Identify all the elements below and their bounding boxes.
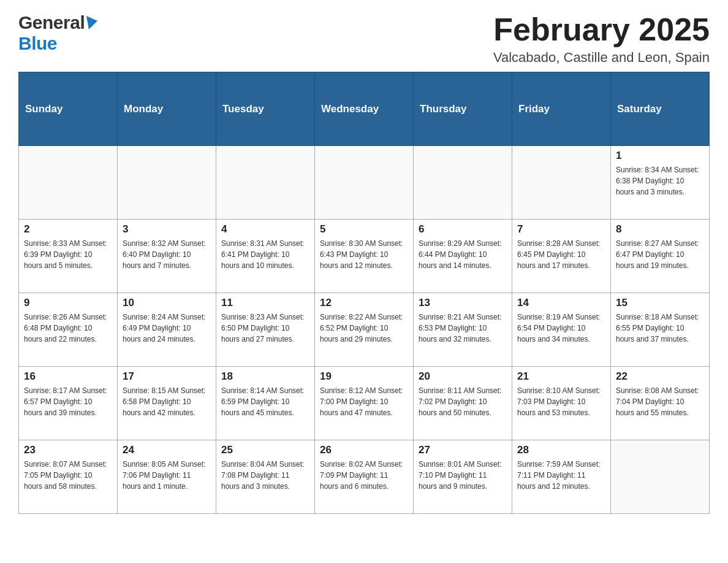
calendar-cell-w2-d4: 13Sunrise: 8:21 AM Sunset: 6:53 PM Dayli… — [414, 293, 512, 367]
day-info: Sunrise: 8:32 AM Sunset: 6:40 PM Dayligh… — [123, 238, 211, 271]
calendar-cell-w4-d1: 24Sunrise: 8:05 AM Sunset: 7:06 PM Dayli… — [118, 440, 216, 514]
header-sunday: Sunday — [19, 72, 118, 146]
logo-blue-text: Blue — [18, 33, 57, 53]
day-number: 4 — [221, 223, 309, 236]
calendar-cell-w1-d4: 6Sunrise: 8:29 AM Sunset: 6:44 PM Daylig… — [414, 220, 512, 293]
calendar-table: Sunday Monday Tuesday Wednesday Thursday… — [18, 72, 710, 514]
calendar-cell-w0-d0 — [19, 146, 118, 220]
day-number: 16 — [24, 370, 112, 383]
calendar-cell-w1-d0: 2Sunrise: 8:33 AM Sunset: 6:39 PM Daylig… — [19, 220, 118, 293]
day-info: Sunrise: 8:15 AM Sunset: 6:58 PM Dayligh… — [123, 385, 211, 418]
day-info: Sunrise: 8:29 AM Sunset: 6:44 PM Dayligh… — [419, 238, 507, 271]
calendar-cell-w2-d2: 11Sunrise: 8:23 AM Sunset: 6:50 PM Dayli… — [216, 293, 315, 367]
calendar-cell-w4-d0: 23Sunrise: 8:07 AM Sunset: 7:05 PM Dayli… — [19, 440, 118, 514]
header-saturday: Saturday — [611, 72, 710, 146]
day-info: Sunrise: 8:24 AM Sunset: 6:49 PM Dayligh… — [123, 312, 211, 345]
day-number: 11 — [221, 297, 309, 309]
day-number: 3 — [123, 223, 211, 236]
calendar-cell-w3-d6: 22Sunrise: 8:08 AM Sunset: 7:04 PM Dayli… — [611, 367, 710, 440]
calendar-cell-w3-d1: 17Sunrise: 8:15 AM Sunset: 6:58 PM Dayli… — [118, 367, 216, 440]
day-info: Sunrise: 8:02 AM Sunset: 7:09 PM Dayligh… — [320, 459, 408, 492]
day-number: 7 — [517, 223, 605, 236]
header-thursday: Thursday — [414, 72, 512, 146]
day-number: 22 — [616, 370, 704, 383]
weekday-header-row: Sunday Monday Tuesday Wednesday Thursday… — [19, 72, 710, 146]
day-number: 24 — [123, 444, 211, 456]
calendar-cell-w3-d3: 19Sunrise: 8:12 AM Sunset: 7:00 PM Dayli… — [315, 367, 414, 440]
calendar-cell-w4-d5: 28Sunrise: 7:59 AM Sunset: 7:11 PM Dayli… — [512, 440, 611, 514]
header-wednesday: Wednesday — [315, 72, 414, 146]
page-header: General Blue February 2025 Valcabado, Ca… — [18, 12, 710, 66]
day-info: Sunrise: 8:23 AM Sunset: 6:50 PM Dayligh… — [221, 312, 309, 345]
week-row-3: 16Sunrise: 8:17 AM Sunset: 6:57 PM Dayli… — [19, 367, 710, 440]
day-info: Sunrise: 8:17 AM Sunset: 6:57 PM Dayligh… — [24, 385, 112, 418]
day-info: Sunrise: 7:59 AM Sunset: 7:11 PM Dayligh… — [517, 459, 605, 492]
title-block: February 2025 Valcabado, Castille and Le… — [493, 12, 710, 66]
day-number: 13 — [419, 297, 507, 309]
week-row-4: 23Sunrise: 8:07 AM Sunset: 7:05 PM Dayli… — [19, 440, 710, 514]
calendar-cell-w3-d4: 20Sunrise: 8:11 AM Sunset: 7:02 PM Dayli… — [414, 367, 512, 440]
calendar-cell-w0-d6: 1Sunrise: 8:34 AM Sunset: 6:38 PM Daylig… — [611, 146, 710, 220]
calendar-cell-w2-d5: 14Sunrise: 8:19 AM Sunset: 6:54 PM Dayli… — [512, 293, 611, 367]
calendar-cell-w4-d3: 26Sunrise: 8:02 AM Sunset: 7:09 PM Dayli… — [315, 440, 414, 514]
day-number: 14 — [517, 297, 605, 309]
calendar-cell-w0-d4 — [414, 146, 512, 220]
calendar-cell-w0-d5 — [512, 146, 611, 220]
day-number: 9 — [24, 297, 112, 309]
calendar-cell-w0-d3 — [315, 146, 414, 220]
logo: General Blue — [18, 12, 97, 54]
day-info: Sunrise: 8:18 AM Sunset: 6:55 PM Dayligh… — [616, 312, 704, 345]
calendar-cell-w4-d4: 27Sunrise: 8:01 AM Sunset: 7:10 PM Dayli… — [414, 440, 512, 514]
calendar-cell-w2-d6: 15Sunrise: 8:18 AM Sunset: 6:55 PM Dayli… — [611, 293, 710, 367]
svg-marker-0 — [86, 16, 97, 29]
calendar-cell-w1-d5: 7Sunrise: 8:28 AM Sunset: 6:45 PM Daylig… — [512, 220, 611, 293]
day-number: 18 — [221, 370, 309, 383]
day-number: 26 — [320, 444, 408, 456]
day-number: 15 — [616, 297, 704, 309]
day-info: Sunrise: 8:21 AM Sunset: 6:53 PM Dayligh… — [419, 312, 507, 345]
day-number: 23 — [24, 444, 112, 456]
calendar-cell-w0-d1 — [118, 146, 216, 220]
week-row-2: 9Sunrise: 8:26 AM Sunset: 6:48 PM Daylig… — [19, 293, 710, 367]
day-number: 25 — [221, 444, 309, 456]
calendar-cell-w1-d6: 8Sunrise: 8:27 AM Sunset: 6:47 PM Daylig… — [611, 220, 710, 293]
calendar-cell-w1-d3: 5Sunrise: 8:30 AM Sunset: 6:43 PM Daylig… — [315, 220, 414, 293]
day-number: 2 — [24, 223, 112, 236]
day-number: 8 — [616, 223, 704, 236]
header-monday: Monday — [118, 72, 216, 146]
calendar-cell-w4-d2: 25Sunrise: 8:04 AM Sunset: 7:08 PM Dayli… — [216, 440, 315, 514]
day-info: Sunrise: 8:26 AM Sunset: 6:48 PM Dayligh… — [24, 312, 112, 345]
day-info: Sunrise: 8:34 AM Sunset: 6:38 PM Dayligh… — [616, 164, 704, 197]
day-info: Sunrise: 8:04 AM Sunset: 7:08 PM Dayligh… — [221, 459, 309, 492]
day-info: Sunrise: 8:31 AM Sunset: 6:41 PM Dayligh… — [221, 238, 309, 271]
calendar-cell-w1-d2: 4Sunrise: 8:31 AM Sunset: 6:41 PM Daylig… — [216, 220, 315, 293]
day-number: 20 — [419, 370, 507, 383]
day-number: 19 — [320, 370, 408, 383]
day-number: 17 — [123, 370, 211, 383]
day-number: 1 — [616, 150, 704, 162]
day-info: Sunrise: 8:10 AM Sunset: 7:03 PM Dayligh… — [517, 385, 605, 418]
calendar-cell-w3-d2: 18Sunrise: 8:14 AM Sunset: 6:59 PM Dayli… — [216, 367, 315, 440]
day-info: Sunrise: 8:33 AM Sunset: 6:39 PM Dayligh… — [24, 238, 112, 271]
day-number: 27 — [419, 444, 507, 456]
day-info: Sunrise: 8:11 AM Sunset: 7:02 PM Dayligh… — [419, 385, 507, 418]
calendar-cell-w1-d1: 3Sunrise: 8:32 AM Sunset: 6:40 PM Daylig… — [118, 220, 216, 293]
day-info: Sunrise: 8:01 AM Sunset: 7:10 PM Dayligh… — [419, 459, 507, 492]
calendar-cell-w2-d0: 9Sunrise: 8:26 AM Sunset: 6:48 PM Daylig… — [19, 293, 118, 367]
calendar-cell-w2-d3: 12Sunrise: 8:22 AM Sunset: 6:52 PM Dayli… — [315, 293, 414, 367]
day-info: Sunrise: 8:28 AM Sunset: 6:45 PM Dayligh… — [517, 238, 605, 271]
day-info: Sunrise: 8:05 AM Sunset: 7:06 PM Dayligh… — [123, 459, 211, 492]
day-info: Sunrise: 8:30 AM Sunset: 6:43 PM Dayligh… — [320, 238, 408, 271]
day-info: Sunrise: 8:08 AM Sunset: 7:04 PM Dayligh… — [616, 385, 704, 418]
day-info: Sunrise: 8:22 AM Sunset: 6:52 PM Dayligh… — [320, 312, 408, 345]
calendar-cell-w3-d0: 16Sunrise: 8:17 AM Sunset: 6:57 PM Dayli… — [19, 367, 118, 440]
day-info: Sunrise: 8:14 AM Sunset: 6:59 PM Dayligh… — [221, 385, 309, 418]
day-number: 21 — [517, 370, 605, 383]
day-info: Sunrise: 8:27 AM Sunset: 6:47 PM Dayligh… — [616, 238, 704, 271]
day-number: 6 — [419, 223, 507, 236]
day-number: 12 — [320, 297, 408, 309]
day-number: 10 — [123, 297, 211, 309]
logo-general-text: General — [18, 12, 85, 33]
calendar-cell-w4-d6 — [611, 440, 710, 514]
calendar-cell-w2-d1: 10Sunrise: 8:24 AM Sunset: 6:49 PM Dayli… — [118, 293, 216, 367]
